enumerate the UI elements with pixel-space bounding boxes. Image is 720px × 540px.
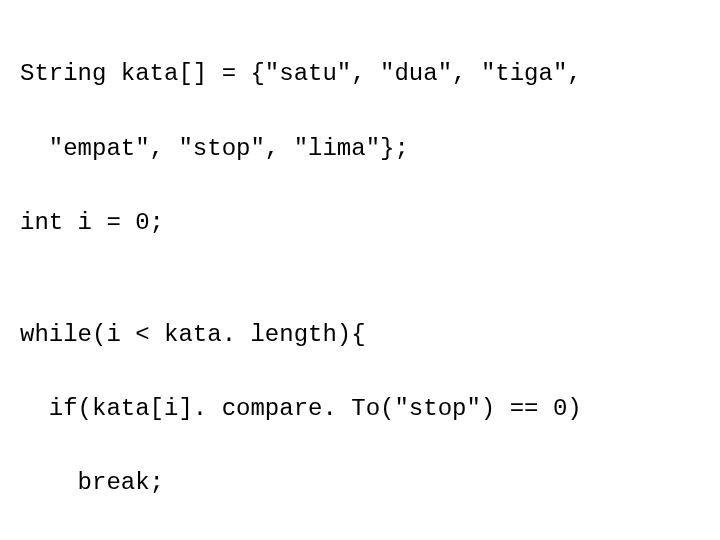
- code-line-2: int i = 0;: [20, 204, 700, 241]
- code-line-3: while(i < kata. length){: [20, 316, 700, 353]
- code-line-4: if(kata[i]. compare. To("stop") == 0): [20, 390, 700, 427]
- code-block: String kata[] = {"satu", "dua", "tiga", …: [0, 0, 720, 540]
- code-line-1: String kata[] = {"satu", "dua", "tiga",: [20, 55, 700, 92]
- code-line-1b: "empat", "stop", "lima"};: [20, 130, 700, 167]
- code-line-5: break;: [20, 464, 700, 501]
